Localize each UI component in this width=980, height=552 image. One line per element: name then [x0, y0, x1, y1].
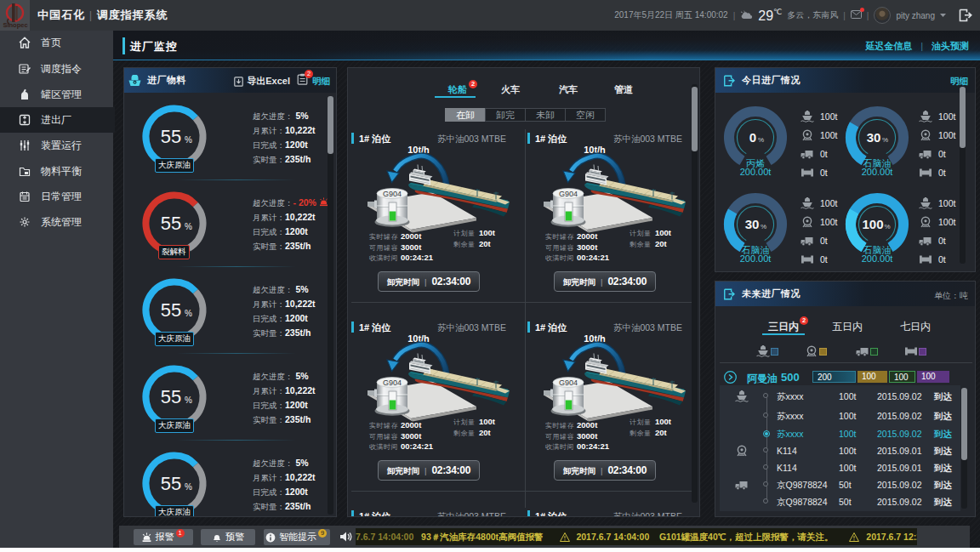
svg-text:%: % — [185, 222, 192, 231]
svg-text:%: % — [185, 135, 192, 145]
svg-text:55: 55 — [161, 299, 181, 321]
svg-text:%: % — [758, 136, 764, 144]
svg-text:0: 0 — [749, 130, 756, 145]
svg-text:30: 30 — [745, 217, 760, 231]
svg-text:55: 55 — [161, 126, 181, 147]
svg-text:%: % — [761, 223, 766, 230]
svg-text:Sinopec: Sinopec — [3, 21, 27, 29]
svg-text:100: 100 — [862, 217, 883, 231]
svg-text:%: % — [882, 136, 888, 144]
svg-text:%: % — [185, 396, 192, 405]
svg-text:55: 55 — [161, 213, 181, 234]
svg-text:%: % — [185, 309, 192, 318]
svg-text:30: 30 — [867, 130, 881, 145]
svg-text:%: % — [185, 482, 192, 492]
svg-text:55: 55 — [161, 473, 181, 494]
svg-text:%: % — [885, 223, 891, 230]
svg-text:55: 55 — [161, 386, 181, 407]
